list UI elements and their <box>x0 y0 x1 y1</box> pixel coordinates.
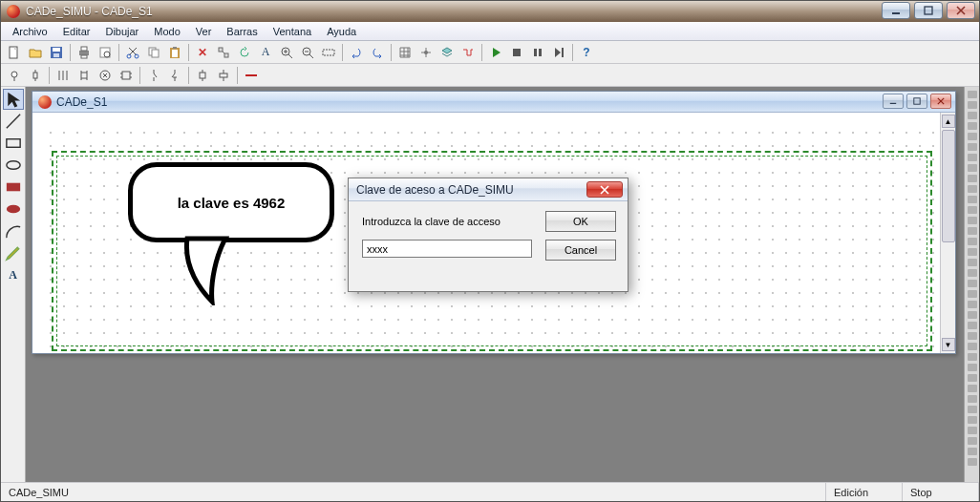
scrubber-pip <box>968 374 977 382</box>
menu-dibujar[interactable]: Dibujar <box>97 24 146 39</box>
menu-barras[interactable]: Barras <box>219 24 265 39</box>
scrubber-pip <box>968 143 977 151</box>
svg-rect-43 <box>33 73 37 78</box>
scrubber-pip <box>968 353 977 361</box>
redo-button[interactable] <box>367 43 388 62</box>
child-close-button[interactable] <box>930 94 951 109</box>
step-button[interactable] <box>548 43 569 62</box>
ellipse-icon <box>4 156 23 175</box>
copy-button[interactable] <box>143 43 164 62</box>
play-icon <box>489 46 502 59</box>
dialog-close-button[interactable] <box>586 181 623 198</box>
cancel-button[interactable]: Cancel <box>545 240 616 261</box>
svg-rect-32 <box>323 50 334 55</box>
access-key-input[interactable] <box>362 240 532 258</box>
svg-rect-36 <box>513 49 521 56</box>
pointer-icon <box>4 90 23 109</box>
draw-red-line-button[interactable] <box>241 66 262 85</box>
filled-rect-tool[interactable] <box>3 177 24 198</box>
svg-point-35 <box>424 51 428 54</box>
scrubber-pip <box>968 164 977 172</box>
child-minimize-button[interactable] <box>883 94 904 109</box>
menu-editar[interactable]: Editar <box>55 24 98 39</box>
right-scrubber[interactable] <box>964 87 979 482</box>
child-maximize-button[interactable] <box>906 94 927 109</box>
paste-button[interactable] <box>164 43 185 62</box>
child-titlebar[interactable]: CADe_S1 <box>32 92 955 113</box>
timer-button[interactable] <box>213 66 234 85</box>
toolbar-separator <box>237 67 238 84</box>
step-icon <box>552 46 565 59</box>
scroll-down-button[interactable]: ▼ <box>942 338 955 351</box>
delete-button[interactable]: ✕ <box>192 43 213 62</box>
menu-ver[interactable]: Ver <box>188 24 220 39</box>
stop-button[interactable] <box>506 43 527 62</box>
svg-rect-22 <box>219 48 223 52</box>
zoom-out-button[interactable] <box>297 43 318 62</box>
cut-button[interactable] <box>122 43 143 62</box>
ok-button[interactable]: OK <box>545 211 616 232</box>
maximize-button[interactable] <box>914 2 943 19</box>
zoom-rect-button[interactable] <box>318 43 339 62</box>
fuse-icon <box>29 69 42 82</box>
pencil-tool[interactable] <box>3 242 24 263</box>
contactor-button[interactable] <box>192 66 213 85</box>
rect-tool[interactable] <box>3 133 24 154</box>
undo-button[interactable] <box>346 43 367 62</box>
svg-rect-80 <box>914 98 920 104</box>
mdi-workspace: A CADe_S1 <box>1 87 979 482</box>
switch-no-button[interactable] <box>143 66 164 85</box>
scroll-thumb[interactable] <box>942 130 955 242</box>
document-vertical-scrollbar[interactable]: ▲ ▼ <box>940 113 955 353</box>
ellipse-tool[interactable] <box>3 155 24 176</box>
dialog-titlebar[interactable]: Clave de aceso a CADe_SIMU <box>349 178 628 201</box>
print-button[interactable] <box>74 43 95 62</box>
snap-button[interactable] <box>415 43 437 62</box>
print-preview-button[interactable] <box>95 43 116 62</box>
scrubber-pip <box>968 154 977 161</box>
scroll-up-button[interactable]: ▲ <box>942 115 955 128</box>
drawing-canvas[interactable]: la clave es 4962 Clave de aceso a CADe_S… <box>32 113 940 353</box>
menu-ayuda[interactable]: Ayuda <box>319 24 364 39</box>
wires-button[interactable] <box>458 43 479 62</box>
left-tool-palette: A <box>1 87 26 482</box>
match-button[interactable] <box>213 43 234 62</box>
titlebar-text: CADe_SIMU - CADe_S1 <box>26 5 153 18</box>
line-tool[interactable] <box>3 111 24 132</box>
save-button[interactable] <box>46 43 67 62</box>
svg-line-24 <box>223 52 224 53</box>
menu-ventana[interactable]: Ventana <box>266 24 319 39</box>
grid-button[interactable] <box>394 43 415 62</box>
switch-nc-button[interactable] <box>164 66 185 85</box>
chip-button[interactable] <box>116 66 137 85</box>
filled-ellipse-tool[interactable] <box>3 199 24 220</box>
toolbar-separator <box>70 44 71 61</box>
relay-coil-button[interactable] <box>74 66 95 85</box>
fuse-button[interactable] <box>25 66 46 85</box>
help-button[interactable]: ? <box>576 43 597 62</box>
menu-modo[interactable]: Modo <box>146 24 188 39</box>
rotate-button[interactable] <box>234 43 255 62</box>
motor-button[interactable] <box>95 66 116 85</box>
new-button[interactable] <box>4 43 25 62</box>
lamp-button[interactable] <box>4 66 25 85</box>
print-preview-icon <box>98 46 112 59</box>
text-tool[interactable]: A <box>3 264 24 285</box>
zoom-in-button[interactable] <box>276 43 297 62</box>
save-icon <box>50 46 63 59</box>
menu-archivo[interactable]: Archivo <box>5 24 55 39</box>
text-tool-button[interactable]: A <box>255 43 276 62</box>
pause-button[interactable] <box>527 43 548 62</box>
open-button[interactable] <box>25 43 46 62</box>
minimize-button[interactable] <box>882 2 910 19</box>
svg-rect-9 <box>81 47 87 51</box>
close-button[interactable] <box>947 2 975 19</box>
close-icon <box>600 185 609 195</box>
pointer-tool[interactable] <box>3 89 24 110</box>
svg-line-61 <box>154 73 157 77</box>
multi-contact-button[interactable] <box>53 66 74 85</box>
play-button[interactable] <box>485 43 506 62</box>
layers-button[interactable] <box>437 43 458 62</box>
arc-tool[interactable] <box>3 220 24 241</box>
svg-rect-20 <box>172 50 178 57</box>
